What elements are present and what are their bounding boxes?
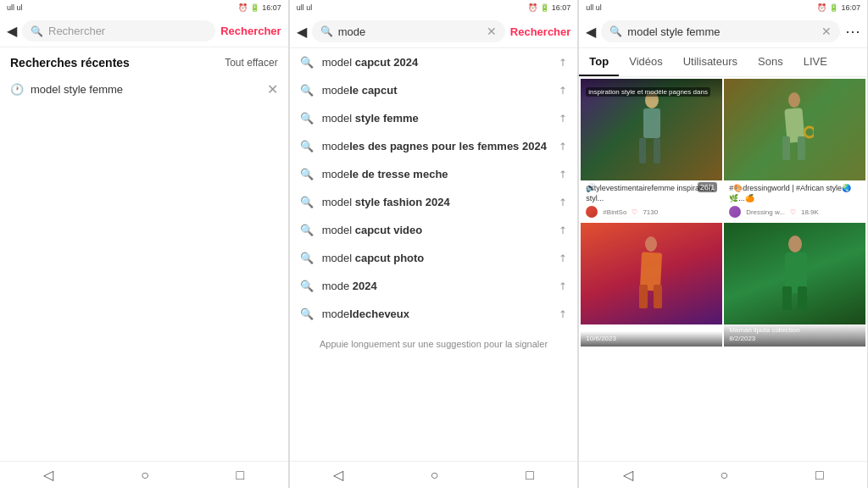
clear-query-button-3[interactable]: ✕ [821, 25, 832, 38]
suggestion-item[interactable]: 🔍 modele de tresse meche ↗ [290, 160, 578, 188]
search-action-1[interactable]: Rechercher [220, 25, 281, 37]
recent-header: Recherches récentes Tout effacer [0, 47, 288, 75]
sugg-search-icon: 🔍 [300, 84, 314, 97]
svg-rect-15 [782, 286, 792, 310]
status-icons-3: ⏰ 🔋 16:07 [817, 3, 860, 12]
nav-back-1[interactable]: ◁ [43, 467, 53, 483]
nav-recents-1[interactable]: □ [236, 468, 245, 483]
search-icon-1: 🔍 [31, 25, 43, 37]
card-meta-2: #🎨dressingworld | #African style🌏🌿...🍊 D… [724, 180, 865, 221]
result-card-4[interactable]: Maman liputa collection 8/2/2023 [724, 223, 865, 347]
battery-icon-3: 🔋 [829, 3, 838, 12]
svg-point-13 [788, 236, 802, 252]
card-avatar-2 [729, 206, 741, 218]
svg-rect-16 [798, 286, 807, 310]
card-image-2 [724, 79, 865, 180]
panel-suggestions: ull ul ⏰ 🔋 16:07 ◀ 🔍 mode ✕ Rechercher 🔍… [290, 0, 579, 488]
suggestion-item[interactable]: 🔍 model capcut 2024 ↗ [290, 48, 578, 76]
result-card-1[interactable]: inspiration style et modèle pagnes dans … [581, 79, 722, 221]
sugg-text: model capcut 2024 [322, 56, 551, 69]
search-icon-2: 🔍 [320, 25, 333, 37]
battery-icon-2: 🔋 [540, 3, 549, 12]
card-author-1: #BintSo [603, 208, 626, 216]
heart-icon-1: ♡ [632, 208, 637, 216]
tab-live[interactable]: LIVE [793, 48, 837, 76]
search-action-2[interactable]: Rechercher [510, 25, 571, 38]
panel-recent: ull ul ⏰ 🔋 16:07 ◀ 🔍 Rechercher Recherch… [0, 0, 289, 488]
sugg-search-icon: 🔍 [300, 308, 314, 320]
back-button-3[interactable]: ◀ [586, 24, 596, 40]
sugg-search-icon: 🔍 [300, 56, 314, 69]
search-bar-2: ◀ 🔍 mode ✕ Rechercher [290, 15, 578, 48]
svg-rect-3 [654, 138, 660, 164]
nav-back-2[interactable]: ◁ [333, 467, 343, 483]
nav-home-2[interactable]: ○ [431, 468, 439, 483]
signal-3: ull ul [586, 3, 602, 12]
sugg-text: model style fashion 2024 [322, 196, 551, 208]
card-author-2: Dressing w... [746, 208, 785, 216]
suggestion-item[interactable]: 🔍 model style femme ↗ [290, 104, 578, 132]
signal-1: ull ul [7, 3, 23, 12]
svg-point-4 [788, 92, 800, 108]
search-query-3: model style femme [627, 25, 816, 38]
tab-videos[interactable]: Vidéos [619, 48, 673, 76]
tabs-bar: Top Vidéos Utilisateurs Sons LIVE [579, 48, 867, 77]
svg-rect-6 [782, 136, 790, 160]
suggestion-item[interactable]: 🔍 modele capcut ↗ [290, 76, 578, 104]
search-box-1[interactable]: 🔍 Rechercher [22, 20, 215, 42]
volume-icon-1: 🔊 [586, 183, 596, 192]
sugg-text: model capcut photo [322, 252, 551, 264]
card-image-3 [581, 223, 722, 324]
search-bar-1: ◀ 🔍 Rechercher Rechercher [0, 15, 288, 47]
more-options-button[interactable]: ⋯ [845, 22, 860, 41]
back-button-1[interactable]: ◀ [7, 23, 17, 39]
remove-recent-button[interactable]: ✕ [267, 81, 278, 97]
search-placeholder-1: Rechercher [48, 25, 207, 37]
sugg-text: modeldecheveux [322, 308, 551, 320]
clock-icon: 🕐 [10, 83, 24, 96]
status-bar-1: ull ul ⏰ 🔋 16:07 [0, 0, 288, 15]
sugg-arrow-icon: ↗ [556, 139, 570, 153]
nav-back-3[interactable]: ◁ [623, 467, 633, 483]
nav-recents-3[interactable]: □ [815, 468, 824, 483]
status-bar-2: ull ul ⏰ 🔋 16:07 [290, 0, 578, 15]
back-button-2[interactable]: ◀ [297, 24, 307, 40]
recent-title: Recherches récentes [10, 56, 130, 69]
nav-home-3[interactable]: ○ [720, 468, 728, 483]
status-icons-2: ⏰ 🔋 16:07 [528, 3, 571, 12]
nav-recents-2[interactable]: □ [526, 468, 534, 483]
sugg-search-icon: 🔍 [300, 140, 314, 152]
tab-utilisateurs[interactable]: Utilisateurs [673, 48, 748, 76]
nav-home-1[interactable]: ○ [141, 468, 149, 483]
alarm-icon-1: ⏰ [238, 3, 248, 12]
sugg-text: modele de tresse meche [322, 168, 551, 180]
suggestion-item[interactable]: 🔍 model capcut photo ↗ [290, 244, 578, 272]
search-bar-3: ◀ 🔍 model style femme ✕ ⋯ [579, 15, 867, 48]
tab-sons[interactable]: Sons [748, 48, 793, 76]
sugg-search-icon: 🔍 [300, 224, 314, 236]
sugg-arrow-icon: ↗ [556, 111, 570, 125]
sugg-arrow-icon: ↗ [556, 223, 570, 237]
results-content: inspiration style et modèle pagnes dans … [579, 77, 867, 461]
panel-content-1: Recherches récentes Tout effacer 🕐 model… [0, 47, 288, 461]
clear-query-button[interactable]: ✕ [487, 25, 497, 38]
recent-item[interactable]: 🕐 model style femme ✕ [0, 75, 288, 104]
suggestion-item[interactable]: 🔍 modeldecheveux ↗ [290, 300, 578, 328]
suggestion-item[interactable]: 🔍 modeles des pagnes pour les femmes 202… [290, 132, 578, 160]
suggestion-item[interactable]: 🔍 model style fashion 2024 ↗ [290, 188, 578, 216]
sugg-arrow-icon: ↗ [556, 167, 570, 181]
search-box-3[interactable]: 🔍 model style femme ✕ [601, 20, 840, 42]
sugg-search-icon: 🔍 [300, 280, 314, 292]
card-desc-2: #🎨dressingworld | #African style🌏🌿...🍊 [729, 184, 860, 203]
card-stats-1: #BintSo ♡ 7130 [586, 206, 717, 218]
results-grid: inspiration style et modèle pagnes dans … [579, 77, 867, 348]
clear-all-button[interactable]: Tout effacer [225, 57, 277, 69]
result-card-3[interactable]: 10/6/2023 [581, 223, 722, 347]
tab-top[interactable]: Top [579, 48, 619, 76]
result-card-2[interactable]: #🎨dressingworld | #African style🌏🌿...🍊 D… [724, 79, 865, 221]
card-label-4: Maman liputa collection [729, 326, 860, 335]
suggestion-item[interactable]: 🔍 mode 2024 ↗ [290, 272, 578, 300]
search-box-2[interactable]: 🔍 mode ✕ [312, 20, 505, 42]
card-stats-2: Dressing w... ♡ 18.9K [729, 206, 860, 218]
suggestion-item[interactable]: 🔍 model capcut video ↗ [290, 216, 578, 244]
